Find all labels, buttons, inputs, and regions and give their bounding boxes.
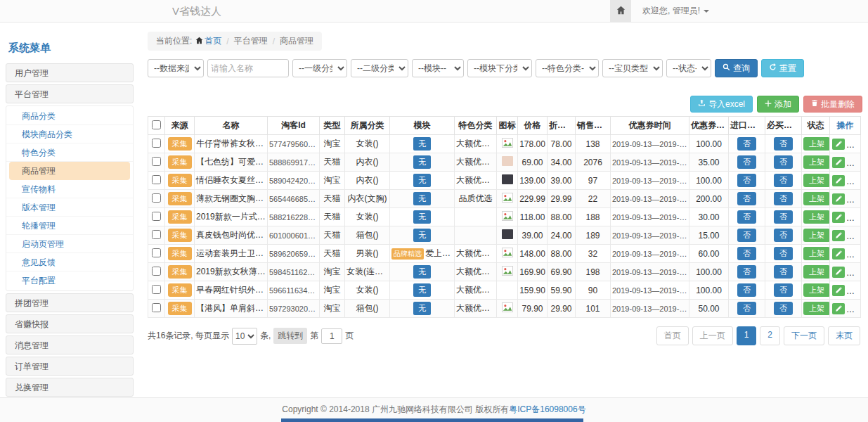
row-checkbox[interactable] <box>152 267 161 276</box>
pager-next[interactable]: 下一页 <box>784 326 824 345</box>
home-button[interactable] <box>610 0 631 22</box>
edit-button[interactable] <box>832 157 845 168</box>
filter-select-6[interactable]: --特色分类-- <box>536 59 599 77</box>
sidebar-section[interactable]: 省赚快报 <box>6 314 134 333</box>
must-buy-toggle[interactable]: 否 <box>774 174 793 187</box>
sidebar-section[interactable]: 兑换管理 <box>6 378 134 397</box>
import-select-toggle[interactable]: 否 <box>737 229 756 242</box>
sidebar-item[interactable]: 特色分类 <box>6 143 133 162</box>
status-button[interactable]: 上架 <box>803 283 830 297</box>
import-select-toggle[interactable]: 否 <box>737 210 756 224</box>
add-button[interactable]: 添加 <box>757 96 799 113</box>
filter-select-4[interactable]: --模块-- <box>412 59 464 77</box>
import-select-toggle[interactable]: 否 <box>737 247 756 260</box>
module-none-badge[interactable]: 无 <box>413 155 431 169</box>
jump-button[interactable]: 跳转到 <box>273 328 307 344</box>
row-checkbox[interactable] <box>152 285 161 294</box>
module-none-badge[interactable]: 无 <box>413 137 431 151</box>
breadcrumb-home-link[interactable]: 首页 <box>195 35 221 47</box>
sidebar-item[interactable]: 平台配置 <box>6 271 133 290</box>
module-none-badge[interactable]: 无 <box>413 302 431 315</box>
edit-button[interactable] <box>832 139 845 150</box>
edit-button[interactable] <box>832 193 845 205</box>
must-buy-toggle[interactable]: 否 <box>774 247 793 260</box>
filter-select-3[interactable]: --二级分类-- <box>351 59 408 77</box>
row-checkbox[interactable] <box>152 303 161 312</box>
import-select-toggle[interactable]: 否 <box>737 192 756 205</box>
pager-page-2[interactable]: 2 <box>760 326 780 345</box>
import-excel-button[interactable]: 导入excel <box>690 96 753 113</box>
sidebar-section[interactable]: 订单管理 <box>6 357 134 376</box>
module-none-badge[interactable]: 无 <box>413 283 431 297</box>
module-none-badge[interactable]: 无 <box>413 229 431 242</box>
import-select-toggle[interactable]: 否 <box>737 174 756 187</box>
status-button[interactable]: 上架 <box>803 265 830 279</box>
status-button[interactable]: 上架 <box>803 210 830 224</box>
row-checkbox[interactable] <box>152 248 161 257</box>
must-buy-toggle[interactable]: 否 <box>774 229 793 242</box>
import-select-toggle[interactable]: 否 <box>737 283 756 297</box>
sidebar-item[interactable]: 版本管理 <box>6 198 133 217</box>
row-checkbox[interactable] <box>152 139 161 148</box>
sidebar-section[interactable]: 拼团管理 <box>6 293 134 312</box>
row-checkbox[interactable] <box>152 175 161 184</box>
must-buy-toggle[interactable]: 否 <box>774 265 793 279</box>
batch-delete-button[interactable]: 批量删除 <box>803 96 862 113</box>
sidebar-item[interactable]: 轮播管理 <box>6 217 133 235</box>
status-button[interactable]: 上架 <box>803 137 830 151</box>
must-buy-toggle[interactable]: 否 <box>774 137 793 151</box>
must-buy-toggle[interactable]: 否 <box>774 302 793 315</box>
pager-page-1[interactable]: 1 <box>737 326 757 345</box>
jump-page-input[interactable] <box>321 328 342 344</box>
status-button[interactable]: 上架 <box>803 155 830 169</box>
filter-select-8[interactable]: --状态-- <box>666 59 711 77</box>
edit-button[interactable] <box>832 248 845 260</box>
import-select-toggle[interactable]: 否 <box>737 155 756 169</box>
edit-button[interactable] <box>832 175 845 186</box>
sidebar-item[interactable]: 商品分类 <box>6 107 133 125</box>
pager-prev[interactable]: 上一页 <box>692 326 733 345</box>
sidebar-item[interactable]: 商品管理 <box>9 162 130 180</box>
sidebar-item[interactable]: 启动页管理 <box>6 235 133 253</box>
edit-button[interactable] <box>832 285 845 296</box>
select-all-checkbox[interactable] <box>152 120 161 129</box>
sidebar-section[interactable]: 消息管理 <box>6 335 134 354</box>
import-select-toggle[interactable]: 否 <box>737 137 756 151</box>
sidebar-item[interactable]: 宣传物料 <box>6 180 133 198</box>
status-button[interactable]: 上架 <box>803 192 830 205</box>
edit-button[interactable] <box>832 303 845 314</box>
status-button[interactable]: 上架 <box>803 174 830 187</box>
user-menu[interactable]: 欢迎您, 管理员! <box>642 5 709 17</box>
filter-select-2[interactable]: --一级分类-- <box>292 59 347 77</box>
row-checkbox[interactable] <box>152 157 161 166</box>
filter-select-0[interactable]: --数据来源-- <box>148 59 204 77</box>
per-page-select[interactable]: 10 <box>232 328 257 345</box>
must-buy-toggle[interactable]: 否 <box>774 210 793 224</box>
search-button[interactable]: 查询 <box>715 59 758 77</box>
row-checkbox[interactable] <box>152 230 161 239</box>
must-buy-toggle[interactable]: 否 <box>774 155 793 169</box>
module-none-badge[interactable]: 无 <box>413 265 431 279</box>
sidebar-item[interactable]: 意见反馈 <box>6 253 133 271</box>
filter-select-5[interactable]: --模块下分类-- <box>467 59 532 77</box>
reset-button[interactable]: 重置 <box>761 59 804 77</box>
edit-button[interactable] <box>832 230 845 241</box>
pager-first[interactable]: 首页 <box>656 326 689 345</box>
status-button[interactable]: 上架 <box>803 302 830 315</box>
row-checkbox[interactable] <box>152 212 161 221</box>
sidebar-section[interactable]: 用户管理 <box>6 63 134 82</box>
status-button[interactable]: 上架 <box>803 229 830 242</box>
module-none-badge[interactable]: 无 <box>413 174 431 187</box>
edit-button[interactable] <box>832 212 845 223</box>
import-select-toggle[interactable]: 否 <box>737 302 756 315</box>
must-buy-toggle[interactable]: 否 <box>774 283 793 297</box>
status-button[interactable]: 上架 <box>803 247 830 260</box>
import-select-toggle[interactable]: 否 <box>737 265 756 279</box>
pager-last[interactable]: 末页 <box>828 326 860 345</box>
name-search-input[interactable] <box>207 59 289 77</box>
sidebar-section[interactable]: 平台管理 <box>6 84 134 103</box>
icp-link[interactable]: 粤ICP备16098006号 <box>509 404 585 414</box>
module-none-badge[interactable]: 无 <box>413 192 431 205</box>
sidebar-item[interactable]: 模块商品分类 <box>6 125 133 143</box>
edit-button[interactable] <box>832 267 845 278</box>
